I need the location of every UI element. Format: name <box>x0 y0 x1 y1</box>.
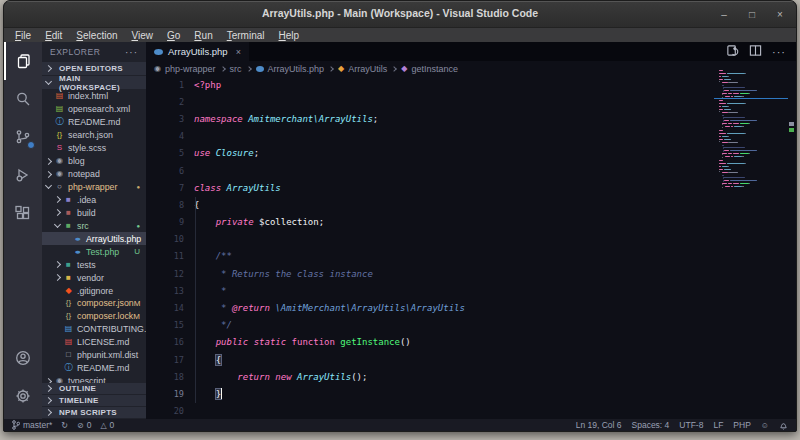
main-area: EXPLORER ··· OPEN EDITORS MAIN (WORKSPAC… <box>4 42 796 419</box>
status-error[interactable]: ⊘0 <box>77 420 91 430</box>
section-outline[interactable]: OUTLINE <box>42 383 146 394</box>
close-icon[interactable]: × <box>774 9 786 20</box>
menu-help[interactable]: Help <box>272 30 307 41</box>
breadcrumb-item[interactable]: ArrayUtils <box>348 64 387 74</box>
line-number: 17 <box>146 355 184 365</box>
tree-item-composer-lock[interactable]: {}composer.lockM <box>42 310 146 323</box>
tree-item-vendor[interactable]: ■vendor <box>42 271 146 284</box>
status-warning[interactable]: △0 <box>100 420 114 430</box>
explorer-more-actions-icon[interactable]: ··· <box>125 47 138 58</box>
section-timeline[interactable]: TIMELINE <box>42 395 146 406</box>
search-icon[interactable] <box>4 80 42 118</box>
tree-item-tests[interactable]: ■tests <box>42 258 146 271</box>
tree-item-phpunit-xml-dist[interactable]: □phpunit.xml.dist <box>42 349 146 362</box>
status-bell[interactable] <box>779 421 788 430</box>
tree-item--gitignore[interactable]: ◆.gitignore <box>42 284 146 297</box>
tree-item-readme-md[interactable]: ⓘREADME.md <box>42 116 146 129</box>
class-symbol-icon: ◆ <box>338 65 344 73</box>
status-ln-19-col-6[interactable]: Ln 19, Col 6 <box>576 420 622 430</box>
more-actions-icon[interactable]: ··· <box>772 46 786 58</box>
code-line-14: 14 * @return \AmitMerchant\ArrayUtils\Ar… <box>146 299 796 316</box>
menu-selection[interactable]: Selection <box>69 30 124 41</box>
tree-item-opensearch-xml[interactable]: ▤opensearch.xml <box>42 103 146 116</box>
php-icon: ● <box>71 248 84 255</box>
php-file-icon <box>154 49 163 55</box>
section-npm-scripts[interactable]: NPM SCRIPTS <box>42 407 146 418</box>
section-main-workspace[interactable]: MAIN (WORKSPACE) <box>42 76 146 89</box>
run-debug-icon[interactable] <box>4 156 42 194</box>
code-line-19: 19 } <box>146 385 796 402</box>
minimap[interactable] <box>718 70 784 194</box>
code-line-4: 4 <box>146 128 796 145</box>
text-cursor <box>221 388 222 399</box>
xml-icon: ▤ <box>55 105 64 113</box>
tree-item-index-html[interactable]: ▤index.html <box>42 90 146 103</box>
breadcrumb-item[interactable]: ArrayUtils.php <box>268 64 325 74</box>
breadcrumb-item[interactable]: src <box>230 64 242 74</box>
tab-close-icon[interactable]: × <box>236 47 241 57</box>
warning-icon: △ <box>100 421 106 430</box>
settings-gear-icon[interactable] <box>4 377 42 415</box>
menu-edit[interactable]: Edit <box>38 30 69 41</box>
status-lf[interactable]: LF <box>713 420 723 430</box>
git-status-badge: M <box>133 312 140 321</box>
code-line-11: 11 /** <box>146 248 796 265</box>
breadcrumb-item[interactable]: getInstance <box>411 64 458 74</box>
overview-ruler-mark-gray <box>789 122 794 126</box>
line-number: 13 <box>146 286 184 296</box>
maximize-icon[interactable]: □ <box>746 9 758 20</box>
menu-file[interactable]: File <box>8 30 38 41</box>
code-line-1: 1<?php <box>146 76 796 93</box>
explorer-icon[interactable] <box>4 42 42 80</box>
tree-item-php-wrapper[interactable]: ○php-wrapper● <box>42 181 146 194</box>
line-number: 9 <box>146 217 184 227</box>
menu-terminal[interactable]: Terminal <box>220 30 272 41</box>
open-changes-icon[interactable] <box>726 43 739 61</box>
status-spaces-4[interactable]: Spaces: 4 <box>632 420 670 430</box>
tree-item-label: README.md <box>68 117 120 127</box>
status-bar: master*↻⊘0△0Ln 19, Col 6Spaces: 4UTF-8LF… <box>4 419 796 431</box>
menu-view[interactable]: View <box>125 30 161 41</box>
tree-item--idea[interactable]: ■.idea <box>42 194 146 207</box>
code-area[interactable]: 1<?php23namespace Amitmerchant\ArrayUtil… <box>146 76 796 419</box>
tree-item-readme-md[interactable]: ⓘREADME.md <box>42 362 146 375</box>
line-number: 18 <box>146 372 184 382</box>
status-utf-8[interactable]: UTF-8 <box>679 420 703 430</box>
status-feedback[interactable]: ☺ <box>761 421 769 430</box>
breadcrumb-item[interactable]: php-wrapper <box>165 64 216 74</box>
tree-item-blog[interactable]: ◉blog <box>42 155 146 168</box>
code-line-9: 9 private $collection; <box>146 214 796 231</box>
html-icon: ▤ <box>55 92 64 100</box>
tree-item-test-php[interactable]: ●Test.phpU <box>42 245 146 258</box>
tree-item-license-md[interactable]: ▤LICENSE.md <box>42 336 146 349</box>
line-number: 3 <box>146 114 184 124</box>
code-line-2: 2 <box>146 93 796 110</box>
tree-item-composer-json[interactable]: {}composer.jsonM <box>42 297 146 310</box>
tree-item-search-json[interactable]: {}search.json <box>42 129 146 142</box>
status-branch[interactable]: master* <box>12 420 52 430</box>
tree-item-arrayutils-php[interactable]: ●ArrayUtils.php <box>42 232 146 245</box>
split-editor-icon[interactable] <box>749 43 762 61</box>
breadcrumb[interactable]: ◉php-wrappersrcArrayUtils.php◆ArrayUtils… <box>146 61 796 76</box>
tree-item-style-scss[interactable]: Sstyle.scss <box>42 142 146 155</box>
tree-item-build[interactable]: ■build <box>42 206 146 219</box>
menu-go[interactable]: Go <box>160 30 187 41</box>
tree-item-label: build <box>77 208 96 218</box>
tree-item-contributing-md[interactable]: ▤CONTRIBUTING.md <box>42 323 146 336</box>
tab-arrayutils-php[interactable]: ArrayUtils.php × <box>146 42 249 61</box>
tree-item-label: composer.lock <box>77 311 133 321</box>
code-line-13: 13 * <box>146 282 796 299</box>
source-control-icon[interactable] <box>4 118 42 156</box>
title-bar[interactable]: ArrayUtils.php - Main (Workspace) - Visu… <box>4 1 796 28</box>
accounts-icon[interactable] <box>4 339 42 377</box>
md-blue-icon: ▤ <box>64 325 73 333</box>
tree-item-notepad[interactable]: ◉notepad <box>42 168 146 181</box>
vscode-window: ArrayUtils.php - Main (Workspace) - Visu… <box>3 0 797 432</box>
status-sync[interactable]: ↻ <box>61 421 68 430</box>
menu-run[interactable]: Run <box>187 30 219 41</box>
minimize-icon[interactable]: – <box>718 9 730 20</box>
tree-item-src[interactable]: ■src● <box>42 219 146 232</box>
status-php[interactable]: PHP <box>733 420 750 430</box>
php-icon: ● <box>71 235 84 242</box>
extensions-icon[interactable] <box>4 194 42 232</box>
